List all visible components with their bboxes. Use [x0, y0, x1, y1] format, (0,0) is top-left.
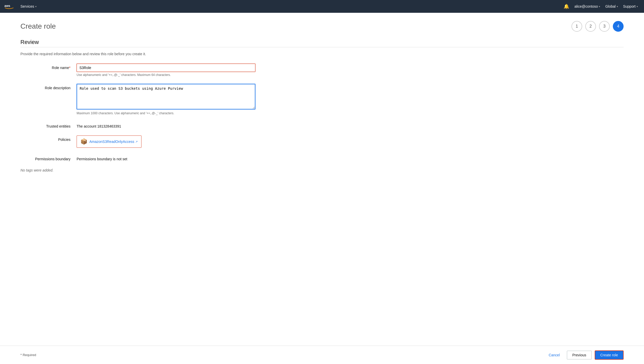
trusted-entities-row: Trusted entities The account 18132846339…: [20, 122, 624, 128]
services-label: Services: [20, 4, 34, 8]
footer: * Required Cancel Previous Create role: [0, 346, 644, 364]
role-name-field: Use alphanumeric and '+=,.@-_' character…: [77, 64, 255, 77]
support-chevron-icon: ▾: [637, 5, 638, 8]
user-chevron-icon: ▾: [599, 5, 600, 8]
trusted-entities-value: The account 181328463391: [77, 122, 121, 128]
section-divider: [20, 47, 624, 47]
role-description-row: Role description Role used to scan S3 bu…: [20, 84, 624, 115]
main-content: Create role 1 2 3 4 Review Provide the r…: [0, 13, 644, 364]
permissions-boundary-value: Permissions boundary is not set: [77, 155, 127, 161]
page-header: Create role 1 2 3 4: [20, 21, 624, 32]
role-name-row: Role name* Use alphanumeric and '+=,.@-_…: [20, 64, 624, 77]
policy-link[interactable]: AmazonS3ReadOnlyAccess ↗: [89, 140, 138, 144]
step-1[interactable]: 1: [571, 21, 582, 32]
nav-right: 🔔 alice@contoso ▾ Global ▾ Support ▾: [562, 3, 640, 10]
step-2[interactable]: 2: [585, 21, 596, 32]
permissions-boundary-label: Permissions boundary: [20, 155, 77, 161]
support-label: Support: [623, 4, 636, 8]
role-name-input[interactable]: [77, 64, 255, 72]
trusted-entities-label: Trusted entities: [20, 122, 77, 128]
policy-name: AmazonS3ReadOnlyAccess: [89, 140, 134, 144]
step-3[interactable]: 3: [599, 21, 610, 32]
user-menu[interactable]: alice@contoso ▾: [572, 3, 602, 9]
required-note: * Required: [20, 353, 36, 357]
role-name-hint: Use alphanumeric and '+=,.@-_' character…: [77, 73, 255, 77]
section-description: Provide the required information below a…: [20, 52, 624, 56]
aws-logo[interactable]: aws: [4, 3, 14, 10]
role-description-hint: Maximum 1000 characters. Use alphanumeri…: [77, 111, 255, 115]
role-description-label: Role description: [20, 84, 77, 90]
services-chevron-icon: ▾: [35, 5, 37, 8]
region-chevron-icon: ▾: [617, 5, 618, 8]
page-title: Create role: [20, 22, 56, 30]
create-role-button[interactable]: Create role: [595, 350, 624, 360]
cancel-button[interactable]: Cancel: [545, 351, 564, 359]
footer-buttons: Cancel Previous Create role: [545, 350, 624, 360]
svg-text:aws: aws: [4, 4, 10, 8]
support-menu[interactable]: Support ▾: [621, 3, 640, 9]
region-menu[interactable]: Global ▾: [603, 3, 620, 9]
step-4[interactable]: 4: [613, 21, 624, 32]
external-link-icon: ↗: [135, 140, 138, 143]
top-navigation: aws Services ▾ 🔔 alice@contoso ▾ Global …: [0, 0, 644, 13]
policies-label: Policies: [20, 135, 77, 142]
services-menu[interactable]: Services ▾: [18, 3, 39, 9]
no-tags-text: No tags were added.: [20, 168, 624, 172]
permissions-boundary-row: Permissions boundary Permissions boundar…: [20, 155, 624, 161]
role-name-label: Role name*: [20, 64, 77, 70]
role-description-textarea[interactable]: Role used to scan S3 buckets using Azure…: [77, 84, 255, 109]
section-title: Review: [20, 39, 624, 46]
user-label: alice@contoso: [574, 4, 598, 8]
policy-package-icon: 📦: [80, 138, 87, 145]
notification-bell-icon[interactable]: 🔔: [562, 3, 571, 10]
previous-button[interactable]: Previous: [567, 351, 591, 359]
policies-row: Policies 📦 AmazonS3ReadOnlyAccess ↗: [20, 135, 624, 148]
region-label: Global: [605, 4, 615, 8]
step-indicators: 1 2 3 4: [571, 21, 624, 32]
role-description-field: Role used to scan S3 buckets using Azure…: [77, 84, 255, 115]
policies-box: 📦 AmazonS3ReadOnlyAccess ↗: [77, 135, 141, 148]
